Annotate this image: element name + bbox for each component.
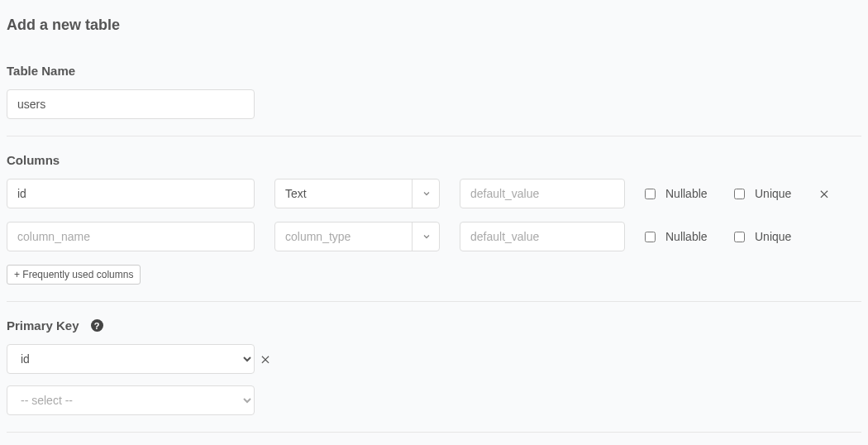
column-name-input[interactable]	[7, 179, 255, 208]
unique-group: Unique	[734, 230, 804, 243]
unique-checkbox[interactable]	[734, 189, 745, 199]
primary-key-select[interactable]: id	[7, 344, 255, 374]
chevron-down-icon[interactable]	[412, 179, 440, 208]
column-default-input[interactable]	[460, 179, 625, 208]
remove-column-icon[interactable]	[818, 188, 830, 199]
nullable-label: Nullable	[665, 230, 708, 243]
nullable-checkbox[interactable]	[645, 189, 656, 199]
divider	[7, 432, 861, 433]
divider	[7, 136, 861, 136]
table-name-input[interactable]	[7, 89, 255, 119]
unique-checkbox[interactable]	[734, 232, 745, 242]
columns-section: Columns Nullable Unique	[7, 153, 861, 285]
nullable-checkbox[interactable]	[645, 232, 656, 242]
nullable-group: Nullable	[645, 187, 714, 200]
unique-label: Unique	[755, 187, 791, 200]
primary-key-row: -- select --	[7, 385, 861, 415]
column-row: Nullable Unique	[7, 179, 861, 208]
divider	[7, 301, 861, 302]
frequently-used-columns-button[interactable]: + Frequently used columns	[7, 265, 141, 285]
primary-key-label-text: Primary Key	[7, 318, 79, 333]
primary-key-label: Primary Key ?	[7, 318, 861, 333]
primary-key-row: id	[7, 344, 861, 374]
nullable-group: Nullable	[645, 230, 714, 243]
unique-label: Unique	[755, 230, 791, 243]
column-row: Nullable Unique	[7, 222, 861, 251]
column-default-input[interactable]	[460, 222, 625, 251]
column-type-wrap	[274, 179, 440, 208]
help-icon[interactable]: ?	[91, 319, 103, 332]
chevron-down-icon[interactable]	[412, 222, 440, 251]
columns-label: Columns	[7, 153, 861, 167]
nullable-label: Nullable	[665, 187, 708, 200]
unique-group: Unique	[734, 187, 804, 200]
table-name-label: Table Name	[7, 64, 861, 78]
primary-key-select[interactable]: -- select --	[7, 385, 255, 415]
remove-primary-key-icon[interactable]	[260, 353, 271, 365]
page-title: Add a new table	[7, 17, 861, 34]
column-name-input[interactable]	[7, 222, 255, 251]
primary-key-section: Primary Key ? id -- select --	[7, 318, 861, 415]
column-type-wrap	[274, 222, 440, 251]
table-name-section: Table Name	[7, 64, 861, 119]
